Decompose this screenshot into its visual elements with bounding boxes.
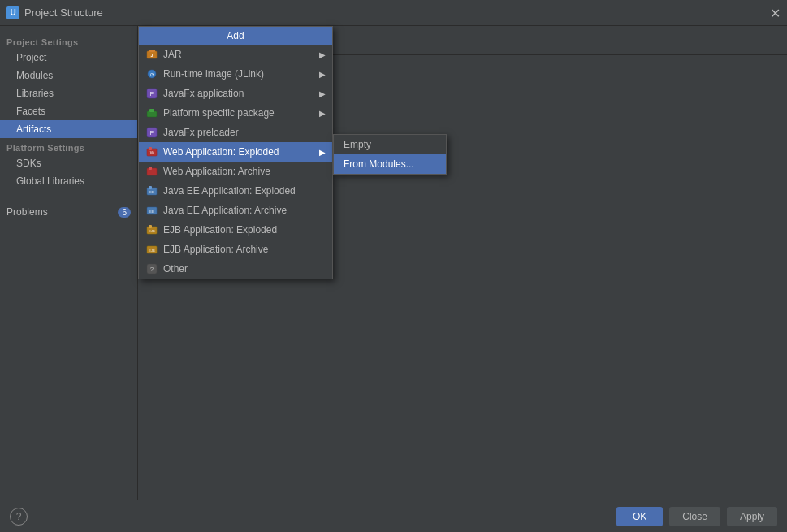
sidebar-item-global-libraries[interactable]: Global Libraries [0,172,137,190]
dropdown-javafx-app-label: JavaFx application [163,88,244,99]
svg-text:EE: EE [149,190,154,194]
dropdown-item-runtime[interactable]: ⟳ Run-time image (JLink) ▶ [139,64,332,84]
svg-text:EJB: EJB [149,249,155,253]
svg-rect-22 [149,225,152,228]
dropdown-platform-label: Platform specific package [163,107,275,119]
dropdown-item-web-archive[interactable]: Web Application: Archive [139,162,332,181]
javafx-preloader-icon: F [145,126,158,139]
dropdown-ejb-archive-label: EJB Application: Archive [163,244,268,255]
ok-button[interactable]: OK [616,507,663,526]
svg-text:EE: EE [149,210,154,214]
apply-button[interactable]: Apply [727,507,777,526]
dropdown-item-platform[interactable]: Platform specific package ▶ [139,103,332,123]
dropdown-ejb-exploded-label: EJB Application: Exploded [163,224,277,236]
bottom-right: OK Close Apply [616,507,777,526]
web-exploded-arrow-icon: ▶ [319,148,326,157]
dropdown-item-javafx-preloader[interactable]: F JavaFx preloader [139,123,332,142]
platform-icon [145,106,158,119]
dropdown-overlay: Add J JAR ▶ ⟳ Run-time image (JLink) ▶ F… [138,26,333,279]
sidebar-item-artifacts[interactable]: Artifacts [0,120,137,138]
app-icon: U [6,6,19,19]
svg-rect-8 [149,109,154,112]
runtime-arrow-icon: ▶ [319,70,326,79]
dropdown-jee-exploded-label: Java EE Application: Exploded [163,185,296,197]
svg-rect-7 [147,111,157,117]
jar-icon: J [145,48,158,61]
dropdown-other-label: Other [163,263,188,275]
dropdown-web-exploded-label: Web Application: Exploded [163,146,279,158]
sidebar-item-project[interactable]: Project [0,49,137,67]
svg-text:F: F [150,130,154,136]
sidebar-item-libraries[interactable]: Libraries [0,84,137,102]
web-exploded-submenu: Empty From Modules... [333,134,447,175]
dropdown-header: Add [139,27,332,45]
sidebar: Project Settings Project Modules Librari… [0,26,138,500]
dropdown-runtime-label: Run-time image (JLink) [163,68,264,80]
close-button[interactable]: Close [669,507,720,526]
dropdown-item-javafx-app[interactable]: F JavaFx application ▶ [139,84,332,103]
sidebar-item-modules[interactable]: Modules [0,67,137,84]
submenu-item-from-modules[interactable]: From Modules... [334,154,446,174]
dropdown-web-archive-label: Web Application: Archive [163,166,270,177]
ejb-exploded-icon: EJB [145,223,158,236]
dropdown-item-web-exploded[interactable]: W Web Application: Exploded ▶ [139,142,332,162]
svg-text:J: J [151,53,154,58]
title-bar: U Project Structure ✕ [0,0,787,26]
project-settings-label: Project Settings [0,32,137,49]
runtime-icon: ⟳ [145,67,158,80]
svg-text:F: F [150,91,154,97]
add-dropdown-menu: Add J JAR ▶ ⟳ Run-time image (JLink) ▶ F… [138,26,333,279]
svg-rect-17 [149,186,152,189]
web-exploded-icon: W [145,145,158,158]
sidebar-item-sdks[interactable]: SDKs [0,154,137,172]
dropdown-jee-archive-label: Java EE Application: Archive [163,205,287,216]
svg-text:W: W [150,150,154,155]
svg-rect-14 [147,168,157,175]
submenu-item-empty[interactable]: Empty [334,135,446,154]
main-layout: Project Settings Project Modules Librari… [0,26,787,500]
svg-rect-1 [149,50,155,52]
dropdown-item-jee-archive[interactable]: EE Java EE Application: Archive [139,201,332,220]
problems-label: Problems [6,206,118,218]
platform-arrow-icon: ▶ [319,109,326,118]
dropdown-item-other[interactable]: ? Other [139,259,332,279]
jee-exploded-icon: EE [145,184,158,197]
web-archive-icon [145,165,158,178]
dropdown-item-jar[interactable]: J JAR ▶ [139,45,332,64]
dropdown-item-ejb-exploded[interactable]: EJB EJB Application: Exploded [139,220,332,240]
javafx-app-icon: F [145,87,158,100]
help-button[interactable]: ? [10,508,28,526]
sidebar-item-facets[interactable]: Facets [0,102,137,120]
bottom-left: ? [10,508,28,526]
javafx-app-arrow-icon: ▶ [319,89,326,98]
dropdown-jar-label: JAR [163,49,182,60]
sidebar-problems[interactable]: Problems 6 [0,203,137,221]
dropdown-javafx-preloader-label: JavaFx preloader [163,127,239,138]
svg-text:EJB: EJB [149,229,155,233]
platform-settings-label: Platform Settings [0,138,137,154]
dropdown-item-ejb-archive[interactable]: EJB EJB Application: Archive [139,240,332,259]
window-title: Project Structure [24,6,103,19]
problems-section: Problems 6 [0,203,137,221]
other-icon: ? [145,262,158,275]
bottom-bar: ? OK Close Apply [0,500,787,532]
ejb-archive-icon: EJB [145,243,158,256]
jar-arrow-icon: ▶ [319,50,326,59]
jee-archive-icon: EE [145,204,158,217]
svg-text:?: ? [150,266,154,273]
problems-badge: 6 [118,207,131,218]
svg-text:⟳: ⟳ [150,72,154,77]
dropdown-item-jee-exploded[interactable]: EE Java EE Application: Exploded [139,181,332,201]
window-close-button[interactable]: ✕ [770,5,781,20]
svg-rect-15 [149,167,152,170]
